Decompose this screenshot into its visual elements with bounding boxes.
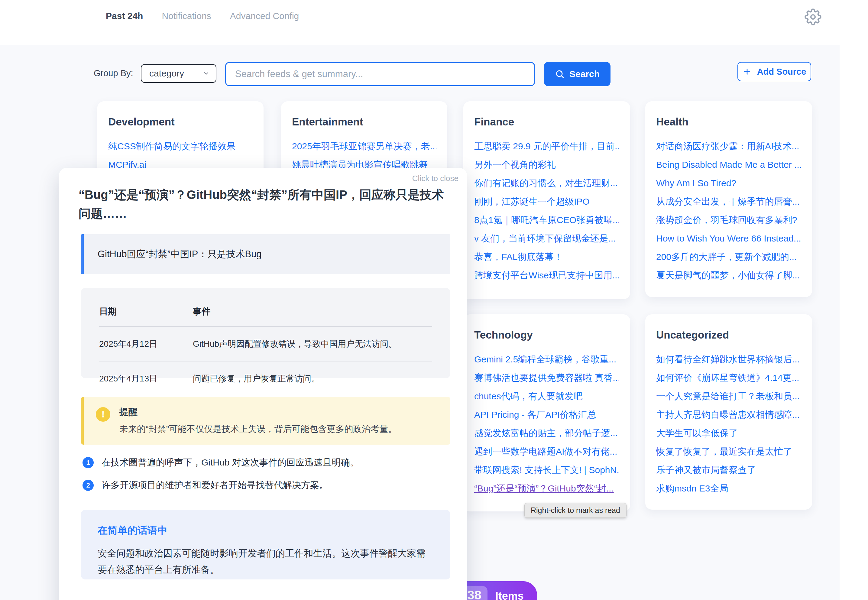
items-label: Items bbox=[495, 590, 524, 600]
category-card-technology: TechnologyGemini 2.5编程全球霸榜，谷歌重...赛博佛活也要提… bbox=[463, 314, 630, 511]
summary-title: 在简单的话语中 bbox=[98, 524, 434, 538]
table-cell: GitHub声明因配置修改错误，导致中国用户无法访问。 bbox=[193, 326, 432, 362]
feed-link[interactable]: Why Am I So Tired? bbox=[656, 174, 801, 192]
category-card-uncategorized: Uncategorized如何看待全红婵跳水世界杯摘银后...如何评价《崩坏星穹… bbox=[645, 314, 812, 510]
warning-callout: ! 提醒 未来的“封禁”可能不仅仅是技术上失误，背后可能包含更多的政治考量。 bbox=[81, 397, 450, 445]
summary-text: 安全问题和政治因素可能随时影响开发者们的工作和生活。这次事件警醒大家需要在熟悉的… bbox=[98, 545, 434, 578]
category-card-health: Health对话商汤医疗张少霆：用新AI技术...Being Disabled … bbox=[645, 101, 812, 297]
feed-link[interactable]: 涨势超金价，羽毛球回收有多暴利? bbox=[656, 211, 801, 229]
feed-link[interactable]: 求购msdn E3全局 bbox=[656, 479, 801, 497]
table-row: 2025年4月13日问题已修复，用户恢复正常访问。 bbox=[99, 362, 432, 396]
plain-words-summary: 在简单的话语中 安全问题和政治因素可能随时影响开发者们的工作和生活。这次事件警醒… bbox=[81, 510, 450, 579]
event-table: 日期事件 2025年4月12日GitHub声明因配置修改错误，导致中国用户无法访… bbox=[99, 300, 432, 396]
table-body: 2025年4月12日GitHub声明因配置修改错误，导致中国用户无法访问。202… bbox=[99, 326, 432, 396]
feed-link[interactable]: 王思聪卖 29.9 元的平价牛排，目前... bbox=[474, 137, 619, 155]
feed-link[interactable]: 夏天是脚气的噩梦，小仙女得了脚... bbox=[656, 266, 801, 285]
feed-link[interactable]: “Bug”还是“预演”？GitHub突然“封... bbox=[474, 479, 619, 497]
feed-link[interactable]: Being Disabled Made Me a Better ... bbox=[656, 155, 801, 174]
feed-link[interactable]: 大学生可以拿低保了 bbox=[656, 424, 801, 442]
add-source-button[interactable]: Add Source bbox=[738, 62, 811, 81]
group-by-label: Group By: bbox=[94, 68, 133, 78]
group-by-value: category bbox=[149, 68, 203, 79]
feed-link-list: 对话商汤医疗张少霆：用新AI技术...Being Disabled Made M… bbox=[656, 137, 801, 285]
feed-link[interactable]: 刚刚，江苏诞生一个超级IPO bbox=[474, 192, 619, 211]
feed-link[interactable]: 8点1氪｜哪吒汽车原CEO张勇被曝... bbox=[474, 211, 619, 229]
warning-title: 提醒 bbox=[120, 406, 397, 418]
plus-icon bbox=[742, 67, 751, 76]
mark-as-read-tooltip: Right-click to mark as read bbox=[524, 503, 627, 518]
feed-link[interactable]: 主持人齐思钧自曝曾患双相情感障... bbox=[656, 405, 801, 424]
table-cell: 2025年4月13日 bbox=[99, 362, 193, 396]
category-title: Entertainment bbox=[292, 116, 436, 128]
close-hint: Click to close bbox=[412, 174, 459, 183]
category-title: Development bbox=[108, 116, 253, 128]
tab-past-24h[interactable]: Past 24h bbox=[106, 11, 143, 21]
modal-title: “Bug”还是“预演”？GitHub突然“封禁”所有中国IP，回应称只是技术问题… bbox=[79, 185, 450, 223]
table-row: 2025年4月12日GitHub声明因配置修改错误，导致中国用户无法访问。 bbox=[99, 326, 432, 362]
warning-text: 未来的“封禁”可能不仅仅是技术上失误，背后可能包含更多的政治考量。 bbox=[120, 423, 397, 435]
point-number-badge: 2 bbox=[82, 480, 94, 491]
feed-link[interactable]: 带联网搜索! 支持长上下文! | SophN... bbox=[474, 461, 619, 479]
tab-notifications[interactable]: Notifications bbox=[162, 11, 211, 21]
feed-link[interactable]: 遇到一些数学电路题AI做不对有佬... bbox=[474, 442, 619, 461]
feed-link[interactable]: 恢复了恢复了，最近实在是太忙了 bbox=[656, 442, 801, 461]
point-text: 在技术圈普遍的呼声下，GitHub 对这次事件的回应迅速且明确。 bbox=[101, 456, 359, 469]
point-text: 许多开源项目的维护者和爱好者开始寻找替代解决方案。 bbox=[101, 479, 328, 491]
chevron-down-icon bbox=[203, 70, 210, 77]
feed-link[interactable]: chutes代码，有人要就发吧 bbox=[474, 387, 619, 405]
table-header-cell: 日期 bbox=[99, 300, 193, 326]
search-button-label: Search bbox=[570, 69, 600, 79]
quote-block: GitHub回应“封禁”中国IP：只是技术Bug bbox=[81, 234, 450, 274]
feed-link[interactable]: API Pricing - 各厂API价格汇总 bbox=[474, 405, 619, 424]
feed-link[interactable]: How to Wish You Were 66 Instead... bbox=[656, 229, 801, 248]
event-table-card: 日期事件 2025年4月12日GitHub声明因配置修改错误，导致中国用户无法访… bbox=[81, 288, 450, 378]
key-points-list: 1在技术圈普遍的呼声下，GitHub 对这次事件的回应迅速且明确。2许多开源项目… bbox=[82, 456, 451, 502]
table-header-row: 日期事件 bbox=[99, 300, 432, 326]
feed-link[interactable]: 如何看待全红婵跳水世界杯摘银后... bbox=[656, 350, 801, 368]
tab-advanced-config[interactable]: Advanced Config bbox=[230, 11, 299, 21]
category-title: Uncategorized bbox=[656, 329, 801, 341]
category-title: Finance bbox=[474, 116, 619, 128]
table-cell: 问题已修复，用户恢复正常访问。 bbox=[193, 362, 432, 396]
search-input[interactable] bbox=[225, 62, 535, 86]
key-point: 1在技术圈普遍的呼声下，GitHub 对这次事件的回应迅速且明确。 bbox=[82, 456, 451, 469]
settings-gear-icon[interactable] bbox=[804, 9, 821, 26]
feed-link[interactable]: 如何评价《崩坏星穹铁道》4.14更... bbox=[656, 368, 801, 387]
category-title: Health bbox=[656, 116, 801, 128]
top-nav: Past 24h Notifications Advanced Config bbox=[106, 11, 299, 21]
add-source-label: Add Source bbox=[757, 67, 806, 77]
feed-link[interactable]: 另外一个视角的彩礼 bbox=[474, 155, 619, 174]
search-icon bbox=[555, 69, 565, 79]
category-card-finance: Finance王思聪卖 29.9 元的平价牛排，目前...另外一个视角的彩礼你们… bbox=[463, 101, 630, 299]
feed-link[interactable]: 对话商汤医疗张少霆：用新AI技术... bbox=[656, 137, 801, 155]
table-header-cell: 事件 bbox=[193, 300, 432, 326]
feed-link-list: 王思聪卖 29.9 元的平价牛排，目前...另外一个视角的彩礼你们有记账的习惯么… bbox=[474, 137, 619, 285]
feed-link[interactable]: 恭喜，FAL彻底落幕！ bbox=[474, 248, 619, 266]
feed-link[interactable]: 跨境支付平台Wise现已支持中国用... bbox=[474, 266, 619, 285]
feed-link[interactable]: Gemini 2.5编程全球霸榜，谷歌重... bbox=[474, 350, 619, 368]
feed-link[interactable]: 一个人究竟是给谁打工？老板和员... bbox=[656, 387, 801, 405]
feed-link[interactable]: 从成分安全出发，干燥季节的唇膏... bbox=[656, 192, 801, 211]
article-summary-modal[interactable]: Click to close “Bug”还是“预演”？GitHub突然“封禁”所… bbox=[59, 168, 467, 600]
app-window: Past 24h Notifications Advanced Config G… bbox=[0, 0, 868, 600]
quote-text: GitHub回应“封禁”中国IP：只是技术Bug bbox=[98, 248, 262, 261]
feed-link[interactable]: v 友们，当前环境下保留现金还是... bbox=[474, 229, 619, 248]
feed-link[interactable]: 你们有记账的习惯么，对生活理财... bbox=[474, 174, 619, 192]
feed-link-list: 如何看待全红婵跳水世界杯摘银后...如何评价《崩坏星穹铁道》4.14更...一个… bbox=[656, 350, 801, 497]
key-point: 2许多开源项目的维护者和爱好者开始寻找替代解决方案。 bbox=[82, 479, 451, 491]
feed-link[interactable]: 纯CSS制作简易的文字轮播效果 bbox=[108, 137, 253, 155]
feed-link-list: Gemini 2.5编程全球霸榜，谷歌重...赛博佛活也要提供免费容器啦 真香.… bbox=[474, 350, 619, 497]
search-button[interactable]: Search bbox=[544, 62, 610, 86]
feed-link[interactable]: 2025年羽毛球亚锦赛男单决赛，老... bbox=[292, 137, 436, 155]
table-cell: 2025年4月12日 bbox=[99, 326, 193, 362]
feed-link[interactable]: 乐子神又被市局督察查了 bbox=[656, 461, 801, 479]
group-by-select[interactable]: category bbox=[141, 64, 217, 83]
point-number-badge: 1 bbox=[82, 457, 94, 468]
warning-icon: ! bbox=[96, 407, 110, 422]
category-title: Technology bbox=[474, 329, 619, 341]
feed-link[interactable]: 赛博佛活也要提供免费容器啦 真香... bbox=[474, 368, 619, 387]
feed-link[interactable]: 200多斤的大胖子，更新个减肥的... bbox=[656, 248, 801, 266]
feed-link[interactable]: 感觉发炫富帖的贴主，部分帖子逻... bbox=[474, 424, 619, 442]
